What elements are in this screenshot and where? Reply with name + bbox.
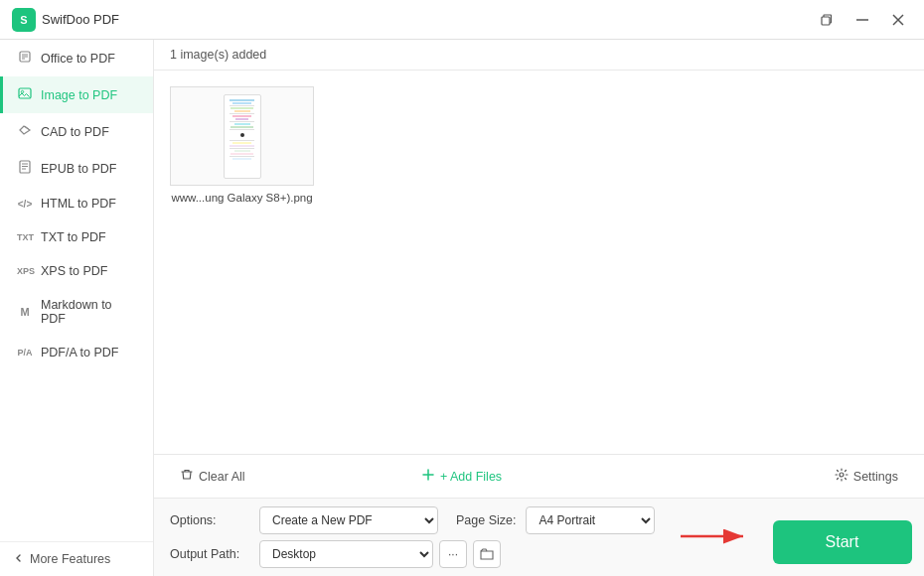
more-features-label: More Features xyxy=(30,552,110,566)
app-body: Office to PDF Image to PDF CAD to PDF xyxy=(0,40,924,576)
page-size-select[interactable]: A4 Portrait xyxy=(526,506,655,534)
app-logo: S SwifDoo PDF xyxy=(12,8,813,32)
page-size-label: Page Size: xyxy=(456,513,516,527)
bottom-section: Options: Create a New PDF Page Size: A4 … xyxy=(154,498,924,576)
action-bar: Clear All + Add Files Se xyxy=(154,454,924,498)
options-label: Options: xyxy=(170,513,249,527)
sidebar-item-label: EPUB to PDF xyxy=(41,162,116,176)
app-title: SwifDoo PDF xyxy=(42,12,119,27)
xps-icon: XPS xyxy=(17,266,33,276)
file-label: www...ung Galaxy S8+).png xyxy=(171,192,312,204)
options-select[interactable]: Create a New PDF xyxy=(259,506,438,534)
open-folder-button[interactable] xyxy=(473,540,501,568)
output-path-label: Output Path: xyxy=(170,547,249,561)
sidebar-item-pdfa-to-pdf[interactable]: P/A PDF/A to PDF xyxy=(0,336,153,369)
logo-icon: S xyxy=(12,8,36,32)
output-path-container: Desktop ··· xyxy=(259,540,501,568)
sidebar-item-label: PDF/A to PDF xyxy=(41,346,119,360)
files-count-text: 1 image(s) added xyxy=(170,48,266,62)
chevron-left-icon xyxy=(14,552,24,566)
file-thumbnail[interactable]: www...ung Galaxy S8+).png xyxy=(170,86,314,204)
files-count-bar: 1 image(s) added xyxy=(154,40,924,71)
main-content: 1 image(s) added xyxy=(154,40,924,576)
more-features-button[interactable]: More Features xyxy=(0,541,153,576)
sidebar-item-label: XPS to PDF xyxy=(41,264,107,278)
sidebar-item-label: Office to PDF xyxy=(41,52,115,66)
start-button[interactable]: Start xyxy=(773,520,912,564)
files-area: www...ung Galaxy S8+).png xyxy=(154,71,924,454)
settings-button[interactable]: Settings xyxy=(825,463,908,490)
add-icon xyxy=(421,468,435,485)
close-button[interactable] xyxy=(884,6,912,34)
arrow-indicator xyxy=(676,521,755,554)
sidebar-item-office-to-pdf[interactable]: Office to PDF xyxy=(0,40,153,76)
sidebar-item-xps-to-pdf[interactable]: XPS XPS to PDF xyxy=(0,254,153,288)
markdown-icon: M xyxy=(17,306,33,318)
svg-rect-0 xyxy=(822,17,830,25)
svg-point-9 xyxy=(21,90,23,92)
sidebar-item-label: HTML to PDF xyxy=(41,197,116,211)
image-icon xyxy=(17,86,33,103)
add-files-button[interactable]: + Add Files xyxy=(411,463,512,490)
minimize-button[interactable] xyxy=(848,6,876,34)
more-options-button[interactable]: ··· xyxy=(439,540,467,568)
sidebar-item-label: TXT to PDF xyxy=(41,230,106,244)
title-bar: S SwifDoo PDF xyxy=(0,0,924,40)
epub-icon xyxy=(17,160,33,177)
sidebar-item-markdown-to-pdf[interactable]: M Markdown to PDF xyxy=(0,288,153,336)
sidebar: Office to PDF Image to PDF CAD to PDF xyxy=(0,40,154,576)
sidebar-item-image-to-pdf[interactable]: Image to PDF xyxy=(0,76,153,113)
settings-label: Settings xyxy=(853,470,898,484)
sidebar-item-txt-to-pdf[interactable]: TXT TXT to PDF xyxy=(0,220,153,254)
clear-all-button[interactable]: Clear All xyxy=(170,463,255,490)
svg-point-17 xyxy=(840,473,844,477)
restore-button[interactable] xyxy=(813,6,841,34)
file-thumb-image xyxy=(170,86,314,186)
settings-icon xyxy=(835,468,848,485)
cad-icon xyxy=(17,123,33,140)
clear-icon xyxy=(180,468,194,485)
svg-line-10 xyxy=(25,126,30,130)
add-files-label: + Add Files xyxy=(440,470,502,484)
txt-icon: TXT xyxy=(17,232,33,242)
pdfa-icon: P/A xyxy=(17,348,33,358)
sidebar-item-label: Image to PDF xyxy=(41,88,117,102)
sidebar-item-html-to-pdf[interactable]: </> HTML to PDF xyxy=(0,187,153,220)
sidebar-item-epub-to-pdf[interactable]: EPUB to PDF xyxy=(0,150,153,187)
office-icon xyxy=(17,50,33,67)
sidebar-item-cad-to-pdf[interactable]: CAD to PDF xyxy=(0,113,153,150)
start-area: Start xyxy=(760,508,924,576)
clear-all-label: Clear All xyxy=(199,470,245,484)
ellipsis-icon: ··· xyxy=(448,547,458,561)
sidebar-item-label: CAD to PDF xyxy=(41,125,109,139)
window-controls xyxy=(813,6,912,34)
output-path-select[interactable]: Desktop xyxy=(259,540,433,568)
sidebar-item-label: Markdown to PDF xyxy=(41,298,139,326)
html-icon: </> xyxy=(17,199,33,210)
